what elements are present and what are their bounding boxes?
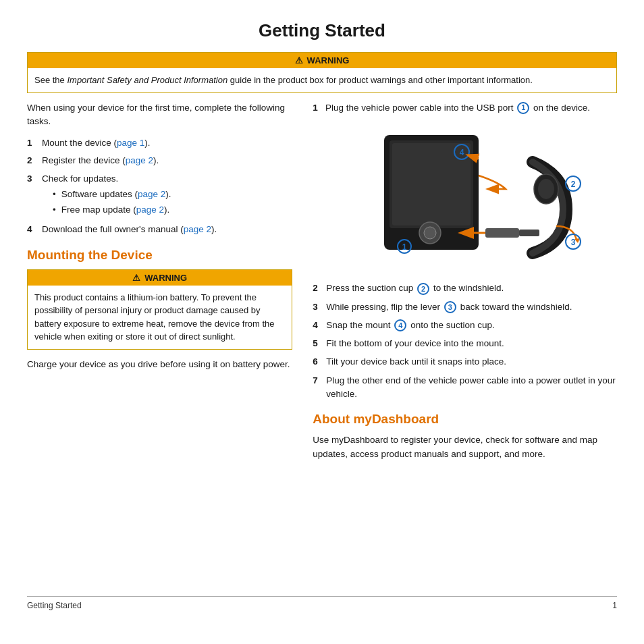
page-title: Getting Started [27, 20, 617, 41]
warning-body-1: See the Important Safety and Product Inf… [28, 68, 616, 92]
warning-icon-2: ⚠ [132, 273, 140, 283]
right-step-6-text: Tilt your device back until it snaps int… [326, 355, 506, 369]
circle-4: 4 [394, 319, 406, 331]
circle-3: 3 [444, 301, 456, 313]
left-column: When using your device for the first tim… [27, 101, 292, 597]
right-step-4: 4 Snap the mount 4 onto the suction cup. [313, 319, 617, 332]
sub-item-2-text: Free map update (page 2). [61, 203, 170, 217]
warning-text-2: This product contains a lithium-ion batt… [34, 292, 275, 342]
step1-num: 1 [313, 103, 318, 113]
task-2: 2 Register the device (page 2). [27, 154, 292, 167]
svg-rect-2 [392, 143, 471, 225]
right-step-7-text: Plug the other end of the vehicle power … [326, 374, 617, 402]
mounting-heading: Mounting the Device [27, 248, 292, 263]
task-1-content: Mount the device (page 1). [42, 136, 292, 150]
warning-pre-1: See the [34, 75, 67, 85]
warning-label-2: WARNING [144, 273, 187, 283]
sub-item-1-link[interactable]: page 2 [138, 189, 165, 199]
charge-text: Charge your device as you drive before u… [27, 358, 292, 372]
step1-text: 1 Plug the vehicle power cable into the … [313, 101, 617, 115]
warning-italic-1: Important Safety and Product Information [67, 75, 227, 85]
right-steps-list: 2 Press the suction cup 2 to the windshi… [313, 281, 617, 401]
warning-label-1: WARNING [307, 55, 350, 65]
about-text: Use myDashboard to register your device,… [313, 433, 617, 462]
task-1-link[interactable]: page 1 [117, 138, 144, 148]
sub-item-2: Free map update (page 2). [42, 203, 292, 217]
task-1: 1 Mount the device (page 1). [27, 136, 292, 150]
right-step-5-num: 5 [313, 337, 326, 350]
right-step-4-num: 4 [313, 319, 326, 332]
warning-box-2: ⚠ WARNING This product contains a lithiu… [27, 269, 292, 350]
svg-text:1: 1 [402, 242, 406, 252]
svg-text:2: 2 [570, 180, 575, 189]
page-footer: Getting Started 1 [27, 596, 617, 610]
sub-item-1-text: Software updates (page 2). [61, 188, 171, 201]
device-diagram: 1 [313, 122, 617, 272]
right-step-7-num: 7 [313, 374, 326, 387]
sub-item-2-link[interactable]: page 2 [136, 205, 164, 215]
warning-header-2: ⚠ WARNING [28, 270, 292, 286]
task-1-num: 1 [27, 136, 42, 150]
right-step-6-num: 6 [313, 355, 326, 369]
right-step-4-text: Snap the mount 4 onto the suction cup. [326, 319, 494, 332]
warning-post-1: guide in the product box for product war… [227, 75, 533, 85]
step1-post: on the device. [531, 103, 590, 113]
tasks-list: 1 Mount the device (page 1). 2 Register … [27, 136, 292, 237]
intro-text: When using your device for the first tim… [27, 101, 292, 129]
task-3-num: 3 [27, 172, 42, 186]
task-4-num: 4 [27, 223, 42, 236]
svg-point-4 [424, 227, 436, 239]
right-step-2-num: 2 [313, 281, 326, 295]
task-2-content: Register the device (page 2). [42, 154, 292, 167]
right-step-3: 3 While pressing, flip the lever 3 back … [313, 300, 617, 314]
warning-box-1: ⚠ WARNING See the Important Safety and P… [27, 52, 617, 93]
right-step-2-text: Press the suction cup 2 to the windshiel… [326, 281, 504, 295]
page-container: Getting Started ⚠ WARNING See the Import… [0, 0, 644, 644]
task-2-link[interactable]: page 2 [126, 155, 153, 165]
right-step-2: 2 Press the suction cup 2 to the windshi… [313, 281, 617, 295]
footer-right: 1 [612, 601, 617, 610]
about-heading: About myDashboard [313, 412, 617, 427]
step1-pre: Plug the vehicle power cable into the US… [325, 103, 516, 113]
task-4-link[interactable]: page 2 [184, 224, 211, 234]
svg-text:4: 4 [459, 148, 464, 157]
warning-body-2: This product contains a lithium-ion batt… [28, 286, 292, 349]
task-2-num: 2 [27, 154, 42, 167]
svg-rect-7 [485, 228, 519, 238]
right-step-3-num: 3 [313, 300, 326, 314]
right-step-5-text: Fit the bottom of your device into the m… [326, 337, 504, 350]
circle-2: 2 [417, 283, 429, 295]
svg-rect-8 [519, 230, 539, 236]
task-4-content: Download the full owner's manual (page 2… [42, 223, 292, 236]
task-3: 3 Check for updates. Software updates (p… [27, 172, 292, 219]
right-step-5: 5 Fit the bottom of your device into the… [313, 337, 617, 350]
diagram-svg: 1 [344, 122, 587, 270]
two-col-layout: When using your device for the first tim… [27, 101, 617, 597]
right-step-6: 6 Tilt your device back until it snaps i… [313, 355, 617, 369]
warning-header-1: ⚠ WARNING [28, 53, 616, 68]
svg-point-10 [538, 179, 554, 199]
warning-icon-1: ⚠ [295, 55, 303, 65]
sub-item-1: Software updates (page 2). [42, 188, 292, 201]
sub-list: Software updates (page 2). Free map upda… [42, 188, 292, 217]
task-3-content: Check for updates. Software updates (pag… [42, 172, 292, 219]
right-column: 1 Plug the vehicle power cable into the … [313, 101, 617, 597]
svg-text:3: 3 [570, 238, 575, 247]
right-step-7: 7 Plug the other end of the vehicle powe… [313, 374, 617, 402]
footer-left: Getting Started [27, 601, 82, 610]
right-step-3-text: While pressing, flip the lever 3 back to… [326, 300, 572, 314]
circle-1: 1 [517, 102, 529, 114]
task-4: 4 Download the full owner's manual (page… [27, 223, 292, 236]
